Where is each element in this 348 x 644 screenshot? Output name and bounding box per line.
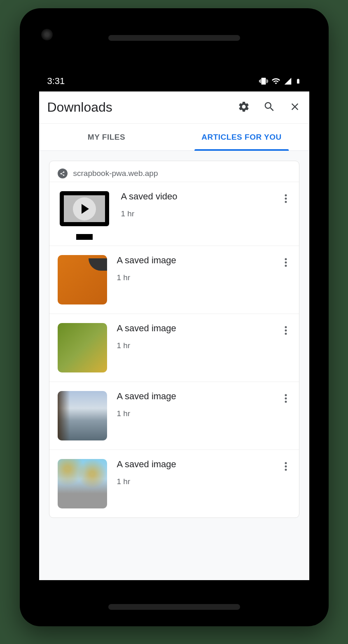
item-overflow-button[interactable] <box>281 255 291 272</box>
list-item[interactable]: A saved image 1 hr <box>49 246 299 314</box>
svg-point-7 <box>285 330 287 332</box>
item-title: A saved image <box>117 255 271 266</box>
more-vert-icon <box>285 326 287 337</box>
item-overflow-button[interactable] <box>281 191 291 208</box>
svg-point-6 <box>285 326 287 328</box>
svg-point-2 <box>285 201 287 203</box>
item-meta: 1 hr <box>117 409 271 418</box>
wifi-icon <box>271 77 280 86</box>
item-meta: 1 hr <box>121 209 271 218</box>
list-item[interactable]: A saved image 1 hr <box>49 382 299 450</box>
item-overflow-button[interactable] <box>281 459 291 475</box>
share-icon <box>58 169 68 178</box>
item-title: A saved image <box>117 391 271 402</box>
play-icon <box>73 197 96 220</box>
clock: 3:31 <box>47 76 65 87</box>
item-overflow-button[interactable] <box>281 391 291 407</box>
item-title: A saved video <box>121 191 271 202</box>
svg-point-11 <box>285 401 287 403</box>
vibrate-icon <box>259 77 268 86</box>
item-title: A saved image <box>117 323 271 334</box>
thumbnail-video <box>58 191 111 237</box>
more-vert-icon <box>285 393 287 405</box>
source-card: scrapbook-pwa.web.app A saved video 1 hr <box>49 161 299 518</box>
svg-point-14 <box>285 469 287 471</box>
svg-point-10 <box>285 398 287 400</box>
svg-point-9 <box>285 394 287 396</box>
close-button[interactable] <box>289 101 301 114</box>
close-icon <box>289 101 301 114</box>
list-item[interactable]: A saved image 1 hr <box>49 314 299 382</box>
screen: 3:31 Downloads <box>39 71 309 580</box>
thumbnail-image <box>58 391 107 440</box>
more-vert-icon <box>285 461 287 473</box>
signal-icon <box>284 77 292 85</box>
svg-point-4 <box>285 262 287 264</box>
svg-point-13 <box>285 466 287 468</box>
search-button[interactable] <box>263 101 276 114</box>
item-title: A saved image <box>117 459 271 470</box>
tab-articles-for-you[interactable]: ARTICLES FOR YOU <box>174 124 309 150</box>
item-overflow-button[interactable] <box>281 323 291 340</box>
status-bar: 3:31 <box>39 71 309 91</box>
svg-point-3 <box>285 258 287 260</box>
tab-bar: MY FILES ARTICLES FOR YOU <box>39 124 309 151</box>
item-meta: 1 hr <box>117 341 271 350</box>
thumbnail-image <box>58 255 107 304</box>
page-title: Downloads <box>47 100 238 115</box>
search-icon <box>263 101 276 115</box>
more-vert-icon <box>285 194 287 205</box>
phone-frame: 3:31 Downloads <box>20 8 329 626</box>
app-bar: Downloads <box>39 91 309 124</box>
svg-point-8 <box>285 333 287 335</box>
gear-icon <box>238 101 250 115</box>
svg-point-1 <box>285 198 287 200</box>
more-vert-icon <box>285 258 287 269</box>
thumbnail-image <box>58 323 107 372</box>
settings-button[interactable] <box>238 101 250 114</box>
thumbnail-image <box>58 459 107 508</box>
list-item[interactable]: A saved video 1 hr <box>49 182 299 246</box>
content-area: scrapbook-pwa.web.app A saved video 1 hr <box>39 151 309 580</box>
svg-point-12 <box>285 462 287 464</box>
tab-my-files[interactable]: MY FILES <box>39 124 174 150</box>
svg-point-0 <box>285 194 287 197</box>
item-meta: 1 hr <box>117 273 271 282</box>
battery-icon <box>295 77 301 86</box>
item-meta: 1 hr <box>117 477 271 486</box>
svg-point-5 <box>285 265 287 267</box>
list-item[interactable]: A saved image 1 hr <box>49 450 299 518</box>
source-label: scrapbook-pwa.web.app <box>73 169 158 178</box>
